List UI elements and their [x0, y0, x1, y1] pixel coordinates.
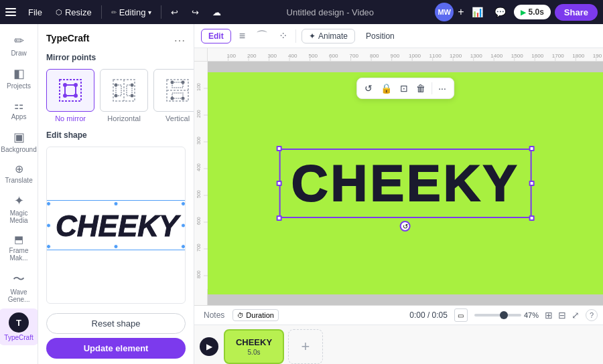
redo-btn[interactable]: ↪: [188, 6, 203, 19]
float-copy-btn[interactable]: ⊡: [397, 80, 411, 96]
help-btn[interactable]: ?: [586, 309, 598, 321]
edit-shape-title: Edit shape: [38, 126, 194, 143]
rotate-handle[interactable]: ↺: [400, 221, 411, 232]
menu-icon[interactable]: [5, 5, 19, 19]
handle-bl[interactable]: [277, 215, 282, 221]
panel-title: TypeCraft: [46, 33, 89, 43]
horizontal-ruler: /* ruler ticks rendered via JS below */ …: [208, 48, 603, 62]
share-btn[interactable]: Share: [555, 4, 598, 21]
mirror-horizontal[interactable]: Horizontal: [100, 69, 148, 122]
reset-shape-btn[interactable]: Reset shape: [46, 313, 186, 334]
file-menu[interactable]: File: [24, 6, 46, 19]
canvas-scroll[interactable]: ↺ 🔒 ⊡ 🗑 ···: [208, 62, 603, 305]
svg-text:1700: 1700: [552, 53, 565, 59]
handle-tm: [114, 201, 119, 206]
arc-icon-btn[interactable]: ⌒: [253, 27, 271, 46]
edit-btn[interactable]: Edit: [201, 29, 231, 43]
avatar[interactable]: MW: [435, 3, 454, 21]
mirror-section-title: Mirror points: [38, 49, 194, 65]
sidebar-item-magic-media[interactable]: ✦ Magic Media: [0, 189, 38, 228]
sidebar-item-translate[interactable]: ⊕ Translate: [0, 159, 38, 188]
clip-text: CHEEKy: [236, 337, 272, 347]
more-options-btn[interactable]: …: [174, 31, 186, 45]
video-icon-btn[interactable]: ▭: [454, 308, 468, 322]
chat-btn[interactable]: 💬: [491, 3, 510, 21]
sidebar-item-apps[interactable]: ⚏ Apps: [0, 95, 38, 124]
play-btn-timeline[interactable]: ▶: [200, 337, 218, 356]
ruler-svg: /* ruler ticks rendered via JS below */ …: [208, 48, 603, 62]
svg-text:800: 800: [196, 270, 201, 278]
lines-icon-btn[interactable]: ≡: [237, 29, 248, 43]
shape-preview: CHEEKY: [46, 147, 186, 304]
canvas-workspace: 100 200 300 400 500 600 700 800 ↺: [194, 62, 603, 305]
mirror-vertical[interactable]: Vertical: [153, 69, 194, 122]
svg-point-11: [115, 94, 118, 98]
svg-text:1300: 1300: [470, 53, 483, 59]
position-btn[interactable]: Position: [360, 29, 400, 43]
cheeky-text[interactable]: CHEEKY: [286, 155, 525, 211]
zoom-thumb[interactable]: [500, 311, 508, 319]
animate-btn[interactable]: ✦ Animate: [302, 29, 355, 43]
cheeky-text-container[interactable]: CHEEKY ↺: [286, 155, 525, 211]
chart-btn[interactable]: 📊: [468, 3, 487, 21]
svg-text:1100: 1100: [429, 53, 442, 59]
float-more-btn[interactable]: ···: [435, 80, 450, 96]
float-lock-btn[interactable]: 🔒: [377, 80, 395, 96]
ruler-corner: [194, 48, 208, 62]
dots-icon-btn[interactable]: ⁘: [276, 28, 290, 43]
svg-text:200: 200: [196, 110, 201, 118]
track-clip[interactable]: CHEEKy 5.0s: [224, 329, 284, 364]
duration-btn[interactable]: ⏱ Duration: [232, 309, 279, 321]
sidebar-item-typecraft[interactable]: T TypeCraft: [0, 308, 38, 345]
handle-tr: [181, 201, 186, 206]
update-element-btn[interactable]: Update element: [46, 338, 186, 359]
handle-mr[interactable]: [529, 181, 534, 186]
sidebar-item-background[interactable]: ▣ Background: [0, 126, 38, 157]
svg-text:1500: 1500: [511, 53, 524, 59]
notes-btn[interactable]: Notes: [200, 309, 228, 321]
sep2: [161, 5, 161, 19]
background-icon: ▣: [13, 130, 25, 145]
main-layout: ✏ Draw ◧ Projects ⚏ Apps ▣ Background ⊕ …: [0, 24, 603, 364]
handle-br[interactable]: [529, 215, 534, 221]
list-view-btn[interactable]: ⊟: [556, 308, 568, 322]
topbar: File ⬡ Resize ✏ Editing ▾ ↩ ↪ ☁ Untitled…: [0, 0, 603, 24]
grid-view-btn[interactable]: ⊞: [543, 308, 555, 322]
video-icon: ▭: [458, 312, 464, 319]
panel-header: TypeCraft …: [38, 24, 194, 49]
svg-text:1600: 1600: [531, 53, 544, 59]
svg-text:1400: 1400: [490, 53, 503, 59]
svg-point-3: [74, 83, 78, 87]
topbar-right: MW + 📊 💬 5.0s Share: [435, 3, 598, 21]
handle-tl[interactable]: [277, 146, 282, 151]
sidebar-item-frame-maker[interactable]: ⬒ Frame Mak...: [0, 230, 38, 266]
handle-bm: [114, 244, 119, 249]
no-mirror-icon: [54, 74, 86, 106]
float-refresh-btn[interactable]: ↺: [361, 80, 376, 96]
handle-tl: [46, 201, 51, 206]
resize-btn[interactable]: ⬡ Resize: [52, 6, 96, 19]
svg-point-12: [131, 84, 134, 87]
timeline: Notes ⏱ Duration 0:00 / 0:05 ▭ 47%: [194, 305, 603, 364]
handle-ml[interactable]: [277, 181, 282, 186]
plus-icon[interactable]: +: [458, 6, 464, 18]
undo-btn[interactable]: ↩: [167, 6, 182, 19]
sidebar-item-wave-generator[interactable]: 〜 Wave Gene...: [0, 267, 38, 307]
edit-shape-section: CHEEKY: [38, 143, 194, 308]
mirror-no-mirror[interactable]: No mirror: [46, 69, 94, 122]
editing-mode-btn[interactable]: ✏ Editing ▾: [107, 6, 156, 19]
cloud-btn[interactable]: ☁: [208, 6, 225, 19]
mirror-horizontal-box: [100, 69, 148, 112]
zoom-slider[interactable]: [474, 314, 521, 316]
expand-btn[interactable]: ⤢: [570, 308, 582, 322]
handle-tr[interactable]: [529, 146, 534, 151]
sidebar-item-draw[interactable]: ✏ Draw: [0, 29, 38, 61]
float-delete-btn[interactable]: 🗑: [413, 80, 429, 96]
translate-icon: ⊕: [15, 163, 23, 175]
add-clip-btn[interactable]: +: [288, 329, 323, 364]
sidebar-item-projects[interactable]: ◧ Projects: [0, 62, 38, 94]
handle-mr: [181, 223, 186, 227]
projects-icon: ◧: [13, 66, 25, 81]
handle-ml: [46, 223, 51, 227]
play-time-btn[interactable]: 5.0s: [514, 5, 551, 19]
